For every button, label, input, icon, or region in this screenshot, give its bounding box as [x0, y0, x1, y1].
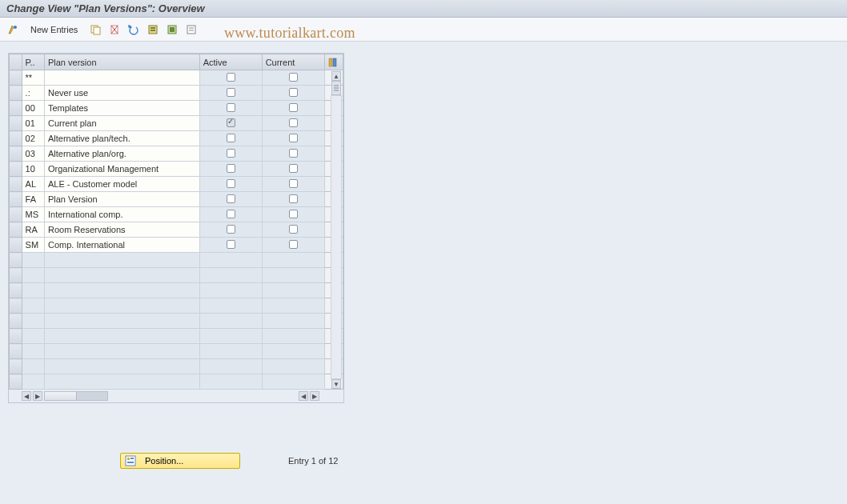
cell-active[interactable]: [199, 222, 262, 238]
cell-active[interactable]: [199, 86, 262, 101]
checkbox-active[interactable]: [227, 88, 235, 97]
cell-active[interactable]: [199, 192, 262, 207]
row-handle[interactable]: [10, 70, 22, 86]
select-all-handle[interactable]: [10, 54, 22, 70]
deselect-icon[interactable]: [183, 22, 199, 38]
scroll-up-button[interactable]: ▲: [331, 71, 341, 81]
cell-code[interactable]: **: [22, 70, 44, 86]
cell-name[interactable]: [44, 329, 199, 344]
checkbox-active[interactable]: [227, 179, 235, 188]
hscroll-right-button[interactable]: ▶: [33, 391, 42, 401]
row-handle[interactable]: [10, 177, 22, 192]
checkbox-current[interactable]: [289, 210, 298, 218]
cell-current[interactable]: [262, 192, 324, 207]
checkbox-active[interactable]: [227, 73, 235, 82]
scroll-thumb-icon[interactable]: [331, 81, 341, 95]
cell-code[interactable]: [22, 314, 44, 329]
cell-name[interactable]: [44, 314, 199, 329]
row-handle[interactable]: [10, 207, 22, 222]
cell-code[interactable]: AL: [22, 177, 44, 192]
new-entries-button[interactable]: New Entries: [24, 23, 84, 36]
cell-name[interactable]: Current plan: [44, 116, 199, 131]
cell-name[interactable]: [44, 359, 199, 374]
cell-active[interactable]: [199, 238, 262, 253]
delete-icon[interactable]: [106, 22, 122, 38]
cell-code[interactable]: SM: [22, 238, 44, 253]
cell-code[interactable]: 03: [22, 146, 44, 162]
col-current[interactable]: Current: [262, 54, 324, 70]
col-active[interactable]: Active: [199, 54, 262, 70]
cell-code[interactable]: [22, 298, 44, 314]
row-handle[interactable]: [10, 101, 22, 116]
cell-name[interactable]: [44, 283, 199, 298]
checkbox-current[interactable]: [289, 164, 298, 173]
checkbox-active[interactable]: [227, 210, 235, 218]
hscroll-thumb[interactable]: [45, 392, 77, 400]
row-handle[interactable]: [10, 298, 22, 314]
checkbox-current[interactable]: [289, 73, 298, 82]
checkbox-current[interactable]: [289, 225, 298, 234]
cell-active[interactable]: [199, 207, 262, 222]
cell-code[interactable]: 02: [22, 131, 44, 146]
row-handle[interactable]: [10, 268, 22, 283]
checkbox-active[interactable]: [227, 240, 235, 249]
cell-current[interactable]: [262, 238, 324, 253]
cell-code[interactable]: [22, 253, 44, 268]
row-handle[interactable]: [10, 374, 22, 390]
cell-code[interactable]: [22, 283, 44, 298]
checkbox-current[interactable]: [289, 88, 298, 97]
cell-active[interactable]: [199, 70, 262, 86]
cell-name[interactable]: [44, 298, 199, 314]
checkbox-current[interactable]: [289, 118, 298, 127]
cell-name[interactable]: [44, 374, 199, 390]
cell-code[interactable]: [22, 268, 44, 283]
checkbox-current[interactable]: [289, 134, 298, 142]
checkbox-current[interactable]: [289, 149, 298, 158]
cell-active[interactable]: [199, 146, 262, 162]
cell-active[interactable]: [199, 101, 262, 116]
row-handle[interactable]: [10, 222, 22, 238]
cell-active[interactable]: [199, 131, 262, 146]
row-handle[interactable]: [10, 238, 22, 253]
row-handle[interactable]: [10, 344, 22, 359]
cell-name[interactable]: [44, 70, 199, 86]
checkbox-current[interactable]: [289, 194, 298, 203]
cell-active[interactable]: [199, 116, 262, 131]
cell-name[interactable]: Plan Version: [44, 192, 199, 207]
cell-code[interactable]: [22, 359, 44, 374]
cell-code[interactable]: .:: [22, 86, 44, 101]
scroll-track[interactable]: [331, 95, 342, 379]
cell-name[interactable]: International comp.: [44, 207, 199, 222]
cell-code[interactable]: [22, 329, 44, 344]
toggle-icon[interactable]: [5, 22, 21, 38]
horizontal-scrollbar[interactable]: ◀ ▶ ◀ ▶: [9, 390, 343, 402]
cell-name[interactable]: Templates: [44, 101, 199, 116]
checkbox-active[interactable]: [227, 164, 235, 173]
cell-current[interactable]: [262, 101, 324, 116]
select-all-icon[interactable]: [145, 22, 161, 38]
row-handle[interactable]: [10, 162, 22, 177]
cell-name[interactable]: Alternative plan/tech.: [44, 131, 199, 146]
cell-current[interactable]: [262, 86, 324, 101]
row-handle[interactable]: [10, 329, 22, 344]
row-handle[interactable]: [10, 192, 22, 207]
cell-name[interactable]: Organizational Management: [44, 162, 199, 177]
row-handle[interactable]: [10, 253, 22, 268]
hscroll-track[interactable]: [44, 391, 108, 401]
checkbox-active[interactable]: [227, 149, 235, 158]
col-code[interactable]: P..: [22, 54, 44, 70]
checkbox-current[interactable]: [289, 240, 298, 249]
cell-name[interactable]: Comp. International: [44, 238, 199, 253]
cell-code[interactable]: MS: [22, 207, 44, 222]
cell-code[interactable]: 01: [22, 116, 44, 131]
cell-current[interactable]: [262, 131, 324, 146]
copy-icon[interactable]: [87, 22, 103, 38]
undo-icon[interactable]: [126, 22, 142, 38]
cell-name[interactable]: ALE - Customer model: [44, 177, 199, 192]
cell-code[interactable]: FA: [22, 192, 44, 207]
cell-current[interactable]: [262, 222, 324, 238]
cell-code[interactable]: [22, 344, 44, 359]
cell-name[interactable]: Room Reservations: [44, 222, 199, 238]
row-handle[interactable]: [10, 116, 22, 131]
row-handle[interactable]: [10, 86, 22, 101]
